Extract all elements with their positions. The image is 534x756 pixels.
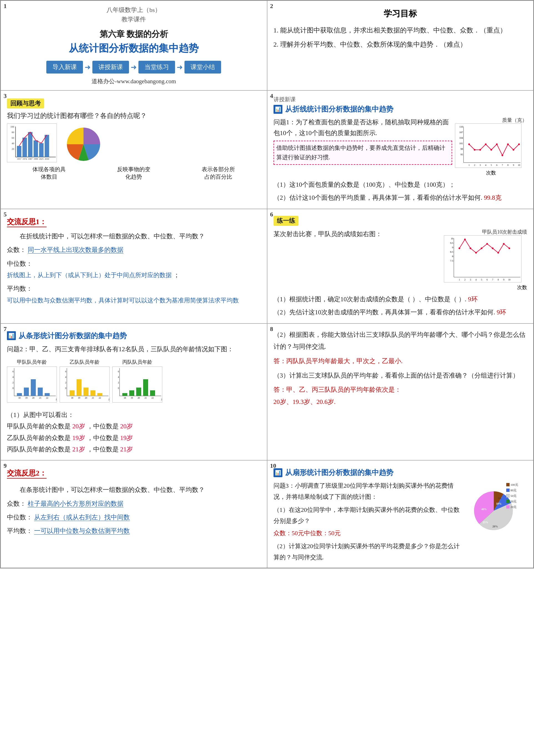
cell-5: 5 交流反思1： 在折线统计图中，可以怎样求一组数据的众数、中位数、平均数？ 众…	[1, 209, 267, 323]
cell6-q1: （1）根据统计图，确定10次射击成绩的众数是（ ）、中位数是（ ）. 9环	[274, 293, 527, 305]
svg-text:9: 9	[503, 279, 504, 281]
svg-text:18: 18	[124, 397, 126, 399]
svg-rect-115	[122, 393, 127, 396]
cell4-body: 问题1：为了检查面包的质量是否达标，随机抽取同种规格的面包10个，这10个面包的…	[274, 117, 527, 176]
svg-rect-82	[24, 388, 29, 396]
cell5-mode: 众数： 同一水平线上出现次数最多的数据	[7, 244, 261, 256]
cell8-q2: （2）根据图表，你能大致估计出三支球队队员的平均年龄哪个大、哪个小吗？你是怎么估…	[274, 329, 527, 353]
svg-text:2030: 2030	[45, 158, 49, 160]
svg-point-63	[503, 243, 505, 245]
cell8-ans2: 答：丙队队员平均年龄最大，甲次之，乙最小.	[274, 355, 527, 367]
svg-point-32	[496, 144, 498, 145]
svg-text:8: 8	[507, 164, 508, 167]
cell-num-1: 1	[4, 3, 7, 10]
svg-rect-7	[17, 146, 21, 157]
bing-bar-chart: 6 4 2 0 18 19 20 21 22 岁/岁	[112, 366, 162, 403]
cell-num-7: 7	[4, 325, 7, 333]
svg-rect-98	[69, 390, 75, 396]
svg-text:25%: 25%	[483, 521, 488, 524]
pie-chart-3	[61, 123, 106, 162]
nav-item-3[interactable]: 当堂练习	[138, 61, 175, 73]
svg-rect-134	[506, 505, 510, 508]
label-line: 反映事物的变化趋势	[117, 166, 150, 181]
cell6-q2-ans: 9环	[497, 309, 507, 316]
nav-item-4[interactable]: 课堂小结	[184, 61, 221, 73]
cell4-q1: （1）这10个面包质量的众数是（100克）、中位数是（100克）；	[274, 179, 527, 190]
svg-text:10: 10	[508, 279, 510, 281]
svg-text:104: 104	[459, 137, 463, 139]
svg-text:3: 3	[470, 279, 471, 281]
svg-point-34	[507, 144, 509, 145]
problem-text: 问题1：为了检查面包的质量是否达标，随机抽取同种规格的面包10个，这10个面包的…	[274, 117, 452, 138]
cell6-chart: 甲队员10次射击成绩 10 9.5 9 8.5 8 7.5	[444, 229, 527, 291]
cell-4: 4 讲授新课 📊 从折线统计图分析数据的集中趋势 问题1：为了检查面包的质量是否…	[267, 91, 534, 209]
svg-text:2: 2	[465, 279, 466, 281]
chart-bing: 丙队队员年龄 6 4 2 0 18 19	[112, 358, 162, 406]
svg-text:岁/岁: 岁/岁	[108, 398, 110, 401]
svg-point-58	[475, 252, 477, 254]
bing-mode-val: 21岁	[72, 446, 85, 453]
yi-analysis: 乙队队员年龄的众数是 19岁 ，中位数是 19岁	[7, 432, 261, 444]
svg-text:19: 19	[131, 397, 133, 399]
bread-line-chart: 110 107 104 101 98 95	[455, 123, 521, 168]
svg-text:19: 19	[78, 397, 80, 399]
section-title-4: 从折线统计图分析数据的集中趋势	[285, 104, 393, 114]
svg-text:110: 110	[459, 125, 463, 128]
jia-bar-chart: 6 4 2 0 18 19 20 21 22	[7, 366, 57, 403]
bar-chart: 100 80 60 40 20 1957 1974 1987 1999 2025…	[7, 123, 57, 162]
svg-text:0: 0	[118, 387, 119, 390]
svg-point-56	[464, 239, 466, 240]
svg-rect-101	[91, 390, 95, 396]
cell7-charts: 甲队队员年龄 6 4 2 0 18	[7, 358, 261, 406]
svg-text:0: 0	[65, 387, 66, 390]
jia-analysis: 甲队队员年龄的众数是 20岁 ，中位数是 20岁	[7, 420, 261, 432]
svg-text:6: 6	[65, 370, 66, 373]
cell6-body: 某次射击比赛，甲队员的成绩如右图： 甲队员10次射击成绩 10 9.5 9 8.…	[274, 229, 527, 291]
svg-text:10: 10	[451, 237, 454, 240]
svg-text:20元: 20元	[510, 505, 517, 508]
svg-text:8.5: 8.5	[450, 251, 454, 253]
svg-point-55	[459, 248, 460, 249]
svg-text:2: 2	[118, 382, 119, 384]
svg-text:1999: 1999	[34, 158, 38, 160]
nav-arrow-2: ➜	[129, 63, 138, 71]
svg-text:1974: 1974	[22, 158, 27, 160]
question-3: 我们学习过的统计图都有哪些？各自的特点呢？	[7, 111, 261, 120]
svg-text:22: 22	[46, 397, 48, 399]
cell-3: 3 回顾与思考 我们学习过的统计图都有哪些？各自的特点呢？ 100 80 60 …	[1, 91, 267, 209]
label-pie: 表示各部分所占的百分比	[202, 166, 235, 181]
svg-text:9.5: 9.5	[450, 242, 454, 244]
svg-text:20: 20	[85, 397, 87, 399]
svg-text:6: 6	[118, 370, 119, 373]
svg-text:9: 9	[452, 246, 454, 249]
svg-text:岁/岁: 岁/岁	[161, 398, 162, 401]
blue-icon-10: 📊	[274, 468, 282, 477]
svg-text:20: 20	[138, 397, 140, 399]
svg-rect-99	[77, 379, 82, 396]
svg-text:1: 1	[468, 164, 470, 167]
svg-rect-117	[136, 388, 141, 396]
svg-rect-128	[506, 489, 510, 492]
svg-text:20: 20	[32, 397, 34, 399]
svg-text:2: 2	[13, 382, 13, 384]
svg-text:21: 21	[145, 397, 147, 399]
shooting-line-chart: 10 9.5 9 8.5 8 7.5	[444, 235, 521, 283]
cell9-mean-ans: 一可以用中位数与众数估测平均数	[34, 527, 130, 535]
stats-charts: 100 80 60 40 20 1957 1974 1987 1999 2025…	[7, 123, 261, 162]
nav-item-2[interactable]: 讲授新课	[93, 61, 129, 73]
svg-rect-10	[34, 140, 38, 157]
cell6-text: 某次射击比赛，甲队员的成绩如右图：	[274, 229, 440, 291]
nav-item-1[interactable]: 导入新课	[46, 61, 83, 73]
chart-jia: 甲队队员年龄 6 4 2 0 18	[7, 358, 57, 406]
svg-rect-130	[506, 494, 510, 498]
cell9-mean: 平均数： 一可以用中位数与众数估测平均数	[7, 525, 261, 537]
svg-text:8: 8	[452, 255, 454, 258]
hint-box: 借助统计图描述数据的集中趋势时，要养成先直觉估计，后精确计算进行验证的好习惯.	[274, 141, 452, 165]
cell-7: 7 📊 从条形统计图分析数据的集中趋势 问题2：甲、乙、丙三支青年排球队各有12…	[1, 323, 267, 461]
cell9-median: 中位数： 从左到右（或从右到左）找中间数	[7, 512, 261, 523]
svg-text:岁/岁: 岁/岁	[56, 398, 57, 401]
cell10-q1-ans: 众数：50元中位数：50元	[274, 528, 463, 539]
svg-text:4: 4	[485, 164, 486, 167]
svg-text:20: 20	[12, 148, 14, 150]
problem-7: 问题2：甲、乙、丙三支青年排球队各有12名队员，三队队员的年龄情况如下图：	[7, 343, 261, 355]
